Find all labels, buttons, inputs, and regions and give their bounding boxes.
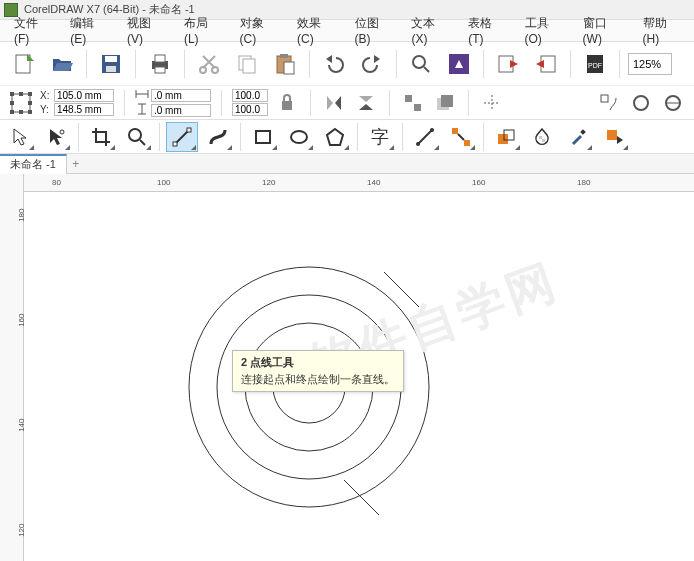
outline-circle-button[interactable] (628, 90, 654, 116)
rectangle-tool[interactable] (247, 122, 279, 152)
cut-button[interactable] (193, 48, 225, 80)
scale-y-input[interactable] (232, 103, 268, 116)
toolbox: 字 (0, 120, 694, 154)
svg-point-59 (129, 129, 141, 141)
menu-table[interactable]: 表格(T) (458, 13, 514, 48)
redo-button[interactable] (356, 48, 388, 80)
height-input[interactable] (151, 104, 211, 117)
svg-marker-43 (335, 96, 341, 110)
menu-file[interactable]: 文件(F) (4, 13, 60, 48)
undo-button[interactable] (318, 48, 350, 80)
menu-view[interactable]: 视图(V) (117, 13, 174, 48)
svg-rect-11 (243, 59, 255, 73)
text-tool[interactable]: 字 (364, 122, 396, 152)
scale-block (232, 89, 268, 116)
align-button[interactable] (400, 90, 426, 116)
svg-point-9 (212, 67, 218, 73)
print-button[interactable] (144, 48, 176, 80)
separator (124, 90, 125, 116)
svg-point-69 (416, 142, 420, 146)
separator (619, 50, 620, 78)
pdf-button[interactable]: PDF (579, 48, 611, 80)
width-input[interactable] (151, 89, 211, 102)
svg-rect-63 (187, 128, 191, 132)
svg-rect-52 (601, 95, 608, 102)
new-button[interactable] (8, 48, 40, 80)
separator (240, 123, 241, 151)
convert-curve-button[interactable] (596, 90, 622, 116)
shape-tool[interactable] (40, 122, 72, 152)
connector-tool[interactable] (445, 122, 477, 152)
scale-x-input[interactable] (232, 89, 268, 102)
order-button[interactable] (432, 90, 458, 116)
eyedropper-tool[interactable] (562, 122, 594, 152)
document-tabs: 未命名 -1 + (0, 154, 694, 174)
mirror-h-button[interactable] (321, 90, 347, 116)
menu-tools[interactable]: 工具(O) (515, 13, 573, 48)
x-input[interactable] (54, 89, 114, 102)
ellipse-tool[interactable] (283, 122, 315, 152)
svg-marker-23 (536, 60, 544, 68)
menu-edit[interactable]: 编辑(E) (60, 13, 117, 48)
y-input[interactable] (54, 103, 114, 116)
fill-tool[interactable] (598, 122, 630, 152)
width-icon (135, 88, 149, 102)
menu-bitmap[interactable]: 位图(B) (345, 13, 402, 48)
menu-object[interactable]: 对象(C) (230, 13, 287, 48)
vertical-ruler[interactable]: 180 160 140 120 (0, 174, 24, 561)
separator (135, 50, 136, 78)
svg-marker-21 (510, 60, 518, 68)
polygon-tool[interactable] (319, 122, 351, 152)
dimension-tool[interactable] (409, 122, 441, 152)
svg-marker-42 (327, 96, 333, 110)
svg-rect-26 (12, 94, 30, 112)
lock-ratio-button[interactable] (274, 90, 300, 116)
launch-button[interactable] (443, 48, 475, 80)
add-tab-button[interactable]: + (67, 155, 85, 173)
save-button[interactable] (95, 48, 127, 80)
svg-rect-46 (405, 95, 412, 102)
two-point-line-tool[interactable] (166, 122, 198, 152)
menu-help[interactable]: 帮助(H) (633, 13, 690, 48)
menu-effects[interactable]: 效果(C) (287, 13, 344, 48)
svg-marker-45 (359, 104, 373, 110)
svg-rect-4 (106, 66, 116, 72)
svg-rect-7 (155, 67, 165, 73)
tab-document[interactable]: 未命名 -1 (0, 154, 67, 174)
curve-tool[interactable] (202, 122, 234, 152)
svg-point-8 (200, 67, 206, 73)
open-button[interactable] (46, 48, 78, 80)
separator (570, 50, 571, 78)
horizontal-ruler[interactable]: 80 100 120 140 160 180 (24, 174, 694, 192)
svg-line-73 (458, 134, 464, 140)
paste-button[interactable] (269, 48, 301, 80)
separator (402, 123, 403, 151)
svg-rect-33 (10, 101, 14, 105)
svg-line-86 (344, 480, 379, 515)
snap-button[interactable] (479, 90, 505, 116)
menu-window[interactable]: 窗口(W) (573, 13, 633, 48)
menu-text[interactable]: 文本(X) (401, 13, 458, 48)
menu-layout[interactable]: 布局(L) (174, 13, 230, 48)
effects-tool[interactable] (490, 122, 522, 152)
search-button[interactable] (405, 48, 437, 80)
separator (396, 50, 397, 78)
pick-tool[interactable] (4, 122, 36, 152)
fill-circle-button[interactable] (660, 90, 686, 116)
position-block: X: Y: (40, 89, 114, 116)
crop-tool[interactable] (85, 122, 117, 152)
zoom-input[interactable] (628, 53, 672, 75)
transparency-tool[interactable] (526, 122, 558, 152)
svg-marker-44 (359, 96, 373, 102)
export-button[interactable] (530, 48, 562, 80)
import-button[interactable] (492, 48, 524, 80)
svg-point-70 (430, 128, 434, 132)
separator (483, 50, 484, 78)
mirror-v-button[interactable] (353, 90, 379, 116)
zoom-tool[interactable] (121, 122, 153, 152)
svg-rect-29 (10, 110, 14, 114)
separator (221, 90, 222, 116)
svg-rect-14 (284, 62, 294, 74)
copy-button[interactable] (231, 48, 263, 80)
svg-rect-27 (10, 92, 14, 96)
